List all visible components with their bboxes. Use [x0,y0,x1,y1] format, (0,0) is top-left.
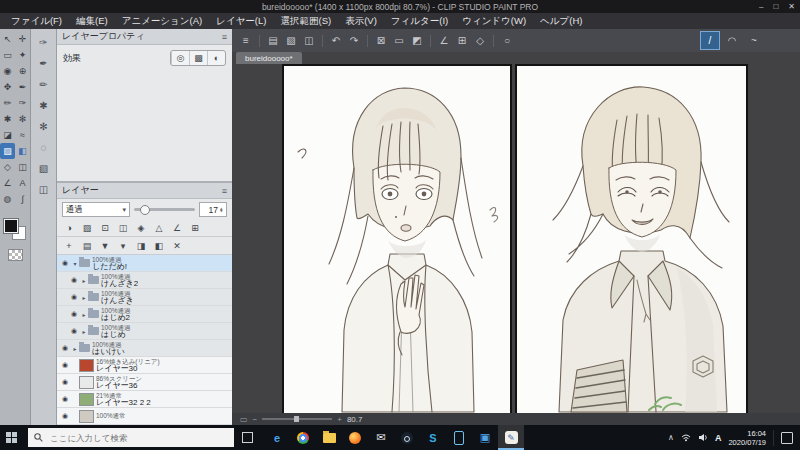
change-palette-color-icon[interactable]: ◑ [61,221,77,234]
けんざき2[interactable]: ◉ ▸ 100%通過 けんざき2 [57,272,232,289]
operation-tool[interactable]: ↖ [0,31,15,47]
undo-button[interactable]: ↶ [328,33,344,49]
visibility-eye-icon[interactable]: ◉ [59,412,71,420]
action-center-icon[interactable] [781,432,793,444]
taskbar-clock[interactable]: 16:04 2020/07/19 [728,429,766,447]
opacity-slider-knob[interactable] [140,205,150,215]
expand-arrow-icon[interactable]: ▸ [71,345,79,352]
speaker-icon[interactable] [698,433,708,442]
visibility-eye-icon[interactable]: ◉ [59,259,71,267]
zoom-out-icon[interactable]: − [253,415,258,424]
canvas-page-right[interactable] [515,64,748,413]
menu-item[interactable]: ヘルプ(H) [533,15,589,28]
transfer-to-lower-layer-button[interactable]: ▼ [97,239,113,252]
menu-item[interactable]: ウィンドウ(W) [455,15,533,28]
figure-tool[interactable]: ◇ [0,159,15,175]
taskbar-search-box[interactable] [28,428,234,447]
けんざき[interactable]: ◉ ▸ 100%通過 けんざき [57,289,232,306]
レイヤー32 2 2[interactable]: ◉ 21%通常 レイヤー32 2 2 [57,391,232,408]
expression-color-button[interactable]: ◐ [207,51,225,65]
clip-at-layer-below-icon[interactable]: ◫ [115,221,131,234]
レイヤー30[interactable]: ◉ 16%焼き込み(リニア) レイヤー30 [57,357,232,374]
zoom-slider[interactable] [262,418,332,420]
subtool-pen[interactable]: ✒ [35,56,52,70]
main-menu-button[interactable]: ≡ [238,33,254,49]
lock-transparent-pixel-icon[interactable]: ▨ [79,221,95,234]
pencil-tool[interactable]: ✏ [0,95,15,111]
taskbar-app-photos[interactable]: ▣ [472,425,498,450]
delete-button[interactable]: ⊠ [373,33,389,49]
はじめ[interactable]: ◉ ▸ 100%通過 はじめ [57,323,232,340]
taskbar-app-mail[interactable]: ✉ [368,425,394,450]
draft-layer-icon[interactable]: △ [151,221,167,234]
zoom-in-icon[interactable]: + [337,415,342,424]
border-effect-button[interactable]: ◎ [171,51,189,65]
reference-layer-icon[interactable]: ◈ [133,221,149,234]
frame-border-tool[interactable]: ◫ [15,159,30,175]
menu-item[interactable]: フィルター(I) [384,15,455,28]
visibility-eye-icon[interactable]: ◉ [68,310,80,318]
menu-item[interactable]: 表示(V) [338,15,384,28]
panel-menu-icon[interactable]: ≡ [222,32,227,42]
start-button[interactable] [0,425,28,450]
tone-effect-button[interactable]: ▩ [189,51,207,65]
subtool-airbrush[interactable]: ✱ [35,98,52,112]
はいけい[interactable]: ◉ ▸ 100%通過 はいけい [57,340,232,357]
subtool-decoration[interactable]: ✻ [35,119,52,133]
subtool-pattern[interactable]: ▧ [35,161,52,175]
gradient-tool[interactable]: ◧ [15,143,30,159]
subtool-brush[interactable]: ✑ [35,35,52,49]
text-tool[interactable]: A [15,175,30,191]
visibility-eye-icon[interactable]: ◉ [59,361,71,369]
opacity-slider[interactable] [134,208,195,211]
maximize-button[interactable]: □ [773,2,778,11]
close-button[interactable]: ✕ [788,2,795,11]
eyedropper-tool[interactable]: ◉ [0,63,15,79]
visibility-eye-icon[interactable]: ◉ [59,395,71,403]
hand-tool[interactable]: ✥ [0,79,15,95]
tray-expand-icon[interactable]: ∧ [668,433,674,442]
expand-arrow-icon[interactable]: ▸ [80,294,88,301]
menu-item[interactable]: ファイル(F) [4,15,69,28]
airbrush-tool[interactable]: ✱ [0,111,15,127]
lock-layer-icon[interactable]: ⊡ [97,221,113,234]
expand-arrow-icon[interactable]: ▸ [80,311,88,318]
open-file-button[interactable]: ▧ [283,33,299,49]
transparent-color-swatch[interactable] [8,249,23,261]
apply-mask-button[interactable]: ◧ [151,239,167,252]
expand-arrow-icon[interactable]: ▾ [71,260,79,267]
brush-tool[interactable]: ✑ [15,95,30,111]
layer-row[interactable]: ◉ 100%通常 [57,408,232,425]
balloon-tool[interactable]: ◍ [0,191,15,207]
new-raster-layer-button[interactable]: + [61,239,77,252]
taskbar-app-edge[interactable]: e [264,425,290,450]
document-tab[interactable]: bureidooooo* [236,52,302,64]
しただめ![interactable]: ◉ ▾ 100%通過 しただめ! [57,255,232,272]
search-input[interactable] [48,432,228,444]
deselect-button[interactable]: ▭ [391,33,407,49]
curve-tool-button[interactable]: ◠ [722,31,742,50]
レイヤー36[interactable]: ◉ 86%スクリーン レイヤー36 [57,374,232,391]
invert-selection-button[interactable]: ◩ [409,33,425,49]
task-view-button[interactable] [234,425,260,450]
move-layer-tool[interactable]: ✛ [15,31,30,47]
fit-to-screen-icon[interactable]: ▭ [240,415,248,424]
subtool-frame[interactable]: ◫ [35,182,52,196]
grid-button[interactable]: ⊞ [454,33,470,49]
taskbar-app-your-phone[interactable] [446,425,472,450]
fill-tool[interactable]: ▨ [0,143,15,159]
pen-tool[interactable]: ✒ [15,79,30,95]
correction-line-tool[interactable]: ∫ [15,191,30,207]
canvas-page-left[interactable] [282,64,512,413]
set-as-selection-icon[interactable]: ⊞ [187,221,203,234]
wifi-icon[interactable] [681,433,691,442]
snap-special-ruler-button[interactable]: ◇ [472,33,488,49]
visibility-eye-icon[interactable]: ◉ [59,344,71,352]
selection-tool[interactable]: ▭ [0,47,15,63]
new-layer-folder-button[interactable]: ▤ [79,239,95,252]
visibility-eye-icon[interactable]: ◉ [68,276,80,284]
decoration-tool[interactable]: ✻ [15,111,30,127]
zoom-tool[interactable]: ⊕ [15,63,30,79]
menu-item[interactable]: レイヤー(L) [209,15,273,28]
expand-arrow-icon[interactable]: ▸ [80,328,88,335]
